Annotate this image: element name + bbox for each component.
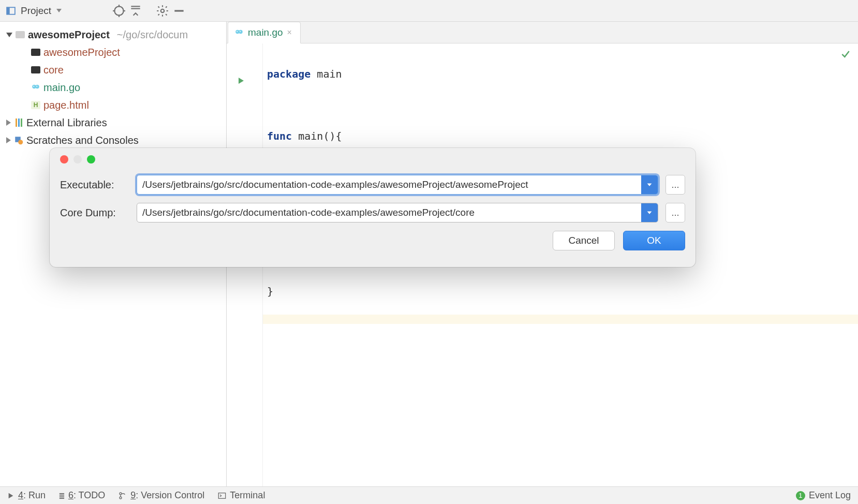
project-view-icon: [6, 6, 16, 16]
executable-dropdown-button[interactable]: [641, 175, 658, 194]
inspection-ok-icon[interactable]: [840, 49, 851, 62]
settings-button[interactable]: [156, 4, 169, 18]
tree-scratches[interactable]: Scratches and Consoles: [0, 131, 226, 149]
binary-icon: [31, 48, 40, 57]
executable-browse-button[interactable]: ...: [665, 175, 685, 195]
svg-point-24: [120, 497, 122, 499]
core-dump-combo[interactable]: [137, 203, 658, 223]
go-file-icon: [31, 83, 40, 92]
svg-rect-1: [7, 7, 10, 14]
tree-item-label: External Libraries: [26, 117, 107, 129]
window-controls: [60, 155, 685, 164]
hide-panel-button[interactable]: [172, 4, 186, 18]
status-event-log[interactable]: 1 Event Log: [796, 490, 851, 501]
zoom-window-button[interactable]: [87, 155, 95, 164]
status-run-label: : Run: [23, 490, 46, 500]
event-log-badge: 1: [796, 491, 805, 500]
tree-item-core[interactable]: core: [0, 61, 226, 79]
svg-marker-21: [239, 78, 244, 84]
svg-point-13: [33, 86, 34, 87]
status-run[interactable]: 4: Run: [7, 490, 46, 501]
svg-point-16: [18, 140, 23, 144]
scratches-icon: [14, 136, 23, 145]
editor-tabbar: main.go ×: [227, 22, 858, 43]
svg-marker-22: [9, 493, 13, 498]
chevron-right-icon[interactable]: [6, 120, 11, 126]
core-dump-browse-button[interactable]: ...: [665, 203, 685, 223]
project-toolbar: Project: [0, 0, 858, 22]
svg-marker-27: [647, 211, 652, 214]
locate-button[interactable]: [112, 4, 126, 18]
status-bar: 4: Run ≣ 6: TODO 9: Version Control Term…: [0, 486, 858, 504]
executable-input[interactable]: [137, 175, 641, 194]
code-text: main(){: [292, 130, 342, 142]
code-text: main: [310, 68, 342, 80]
minimize-window-button[interactable]: [73, 155, 82, 164]
status-todo-label: : TODO: [73, 490, 105, 500]
svg-point-23: [120, 493, 122, 495]
chevron-down-icon[interactable]: [56, 9, 62, 12]
status-todo[interactable]: ≣ 6: TODO: [59, 490, 105, 501]
status-terminal-label: Terminal: [230, 490, 265, 501]
cancel-button[interactable]: Cancel: [553, 231, 615, 250]
status-eventlog-label: Event Log: [809, 490, 851, 501]
svg-point-9: [161, 9, 165, 12]
status-vcs[interactable]: 9: Version Control: [119, 490, 204, 501]
status-todo-num: 6: [68, 490, 73, 500]
svg-point-19: [236, 31, 238, 32]
tree-item-awesomeproject-bin[interactable]: awesomeProject: [0, 43, 226, 61]
go-file-icon: [234, 28, 244, 37]
html-file-icon: H: [31, 100, 40, 110]
tree-item-label: Scratches and Consoles: [26, 135, 139, 146]
svg-rect-25: [219, 493, 226, 498]
status-vcs-label: : Version Control: [136, 490, 204, 500]
executable-combo[interactable]: [137, 175, 658, 195]
chevron-down-icon[interactable]: [6, 33, 12, 37]
tree-root-name: awesomeProject: [28, 29, 110, 41]
svg-point-2: [114, 6, 123, 15]
tree-item-main-go[interactable]: main.go: [0, 79, 226, 96]
tree-item-label: core: [43, 64, 64, 76]
code-text: }: [267, 285, 273, 298]
tree-external-libraries[interactable]: External Libraries: [0, 114, 226, 131]
status-run-num: 4: [18, 490, 23, 500]
binary-icon: [31, 65, 40, 75]
close-tab-button[interactable]: ×: [287, 28, 292, 37]
close-window-button[interactable]: [60, 155, 68, 164]
code-keyword: func: [267, 130, 292, 142]
run-gutter-icon[interactable]: [237, 77, 245, 87]
svg-marker-26: [647, 183, 652, 186]
core-dump-label: Core Dump:: [60, 207, 129, 219]
status-vcs-num: 9: [130, 490, 136, 500]
project-label[interactable]: Project: [21, 5, 51, 17]
svg-point-12: [35, 85, 39, 89]
tab-label: main.go: [248, 27, 283, 38]
status-terminal[interactable]: Terminal: [218, 490, 265, 501]
svg-point-14: [36, 86, 37, 87]
tab-main-go[interactable]: main.go ×: [228, 22, 301, 43]
tree-root[interactable]: awesomeProject ~/go/src/docum: [0, 26, 226, 43]
tree-item-label: main.go: [43, 82, 80, 94]
libraries-icon: [14, 118, 23, 127]
executable-label: Executable:: [60, 179, 129, 191]
collapse-all-button[interactable]: [129, 4, 142, 18]
tree-item-page-html[interactable]: H page.html: [0, 96, 226, 114]
core-dump-input[interactable]: [137, 203, 641, 222]
tree-item-label: page.html: [43, 99, 89, 111]
core-dump-dropdown-button[interactable]: [641, 203, 658, 222]
tree-root-path: ~/go/src/docum: [117, 29, 188, 41]
folder-icon: [16, 30, 25, 39]
svg-point-18: [239, 30, 243, 34]
tree-item-label: awesomeProject: [43, 47, 120, 58]
code-keyword: package: [267, 68, 310, 80]
svg-point-20: [240, 31, 241, 32]
ok-button[interactable]: OK: [623, 231, 685, 250]
chevron-right-icon[interactable]: [6, 137, 11, 143]
core-dump-dialog: Executable: ... Core Dump: ... Cancel OK: [50, 148, 696, 267]
